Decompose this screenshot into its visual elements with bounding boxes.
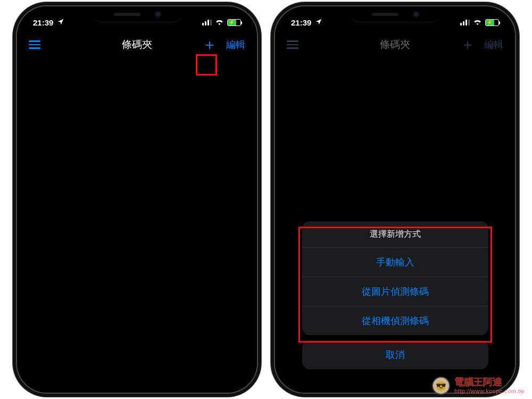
option-from-camera[interactable]: 從相機偵測條碼 — [302, 306, 488, 335]
action-sheet-title: 選擇新增方式 — [302, 221, 488, 247]
menu-icon — [287, 40, 298, 49]
page-title: 條碼夾 — [122, 38, 152, 52]
phone-left: 21:39 ⚡ 條碼夾 — [16, 5, 258, 394]
nav-bar: 條碼夾 ＋ 編輯 — [275, 32, 515, 57]
screen-left: 21:39 ⚡ 條碼夾 — [17, 6, 257, 393]
add-button: ＋ — [460, 37, 476, 53]
watermark-brand: 電腦王阿達 — [454, 377, 525, 388]
battery-icon: ⚡ — [485, 19, 499, 26]
watermark-url: http://www.kocpc.com.tw — [454, 388, 525, 394]
annotation-highlight — [196, 54, 217, 76]
edit-button[interactable]: 編輯 — [226, 38, 245, 51]
battery-icon: ⚡ — [227, 19, 241, 26]
wifi-icon — [473, 18, 482, 27]
action-sheet: 選擇新增方式 手動輸入 從圖片偵測條碼 從相機偵測條碼 取消 — [302, 221, 488, 369]
cellular-icon — [202, 19, 212, 26]
phone-right: 21:39 ⚡ 條碼夾 — [274, 5, 516, 394]
wifi-icon — [215, 18, 224, 27]
edit-button: 編輯 — [484, 38, 503, 51]
notch — [350, 6, 440, 22]
option-from-image[interactable]: 從圖片偵測條碼 — [302, 277, 488, 306]
notch — [92, 6, 182, 22]
cancel-button[interactable]: 取消 — [302, 340, 488, 369]
status-time: 21:39 — [33, 18, 53, 27]
add-button[interactable]: ＋ — [202, 37, 218, 53]
cellular-icon — [460, 19, 470, 26]
watermark-avatar-icon: 😎 — [432, 377, 450, 395]
option-manual[interactable]: 手動輸入 — [302, 247, 488, 277]
location-icon — [315, 18, 322, 27]
screen-right: 21:39 ⚡ 條碼夾 — [275, 6, 515, 393]
location-icon — [57, 18, 64, 27]
menu-icon[interactable] — [29, 40, 40, 49]
watermark: 😎 電腦王阿達 http://www.kocpc.com.tw — [432, 377, 525, 395]
page-title: 條碼夾 — [380, 38, 410, 52]
status-time: 21:39 — [291, 18, 311, 27]
nav-bar: 條碼夾 ＋ 編輯 — [17, 32, 257, 57]
